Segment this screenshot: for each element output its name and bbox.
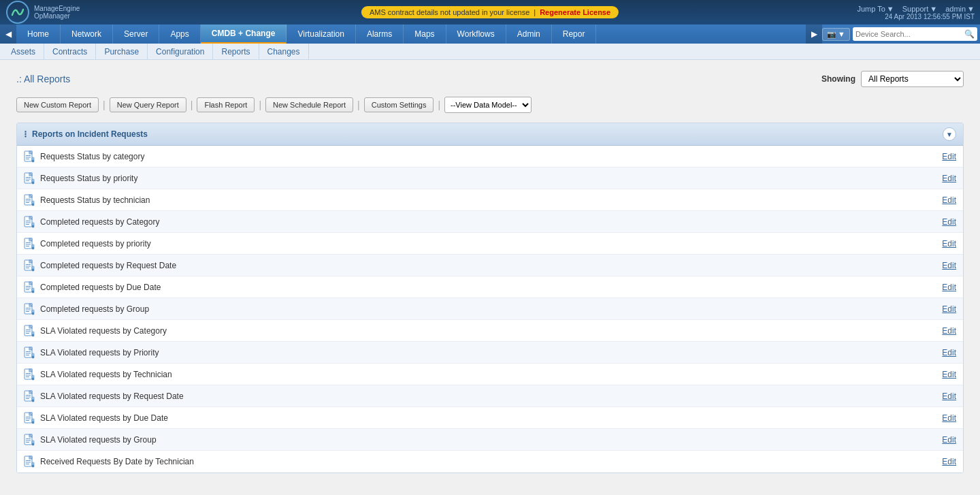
new-schedule-report-button[interactable]: New Schedule Report <box>265 97 353 112</box>
sep1: | <box>99 99 110 110</box>
nav-cmdb[interactable]: CMDB + Change <box>201 25 287 44</box>
monitor-chevron: ▼ <box>838 30 845 38</box>
page-header: .: All Reports Showing All Reports Custo… <box>16 71 964 87</box>
page-title: .: All Reports <box>16 74 70 84</box>
report-file-icon <box>24 303 35 315</box>
report-file-icon <box>24 325 35 337</box>
report-name: Received Requests By Date by Technician <box>40 457 194 466</box>
support-chevron: ▼ <box>930 5 937 13</box>
report-row-left: SLA Violated requests by Category <box>24 325 167 337</box>
edit-link[interactable]: Edit <box>942 239 956 249</box>
edit-link[interactable]: Edit <box>942 195 956 205</box>
subnav-contracts[interactable]: Contracts <box>44 44 96 59</box>
svg-rect-14 <box>32 179 34 182</box>
regenerate-link[interactable]: Regenerate License <box>540 8 610 16</box>
subnav-assets[interactable]: Assets <box>8 44 44 59</box>
edit-link[interactable]: Edit <box>942 413 956 423</box>
table-row: Completed requests by GroupEdit <box>17 298 963 320</box>
nav-maps[interactable]: Maps <box>404 25 446 44</box>
subnav-configuration[interactable]: Configuration <box>148 44 213 59</box>
edit-link[interactable]: Edit <box>942 304 956 314</box>
svg-rect-7 <box>32 157 34 160</box>
edit-link[interactable]: Edit <box>942 326 956 336</box>
showing-select[interactable]: All Reports Custom Reports Scheduled Rep… <box>861 71 964 87</box>
svg-rect-21 <box>32 201 34 204</box>
report-file-icon <box>24 368 35 381</box>
svg-rect-74 <box>26 374 31 375</box>
svg-rect-24 <box>26 221 31 221</box>
subnav-changes[interactable]: Changes <box>259 44 309 59</box>
nav-alarms[interactable]: Alarms <box>356 25 404 44</box>
report-row-left: SLA Violated requests by Technician <box>24 368 172 381</box>
report-name: SLA Violated requests by Group <box>40 435 157 445</box>
report-file-icon <box>24 150 35 163</box>
svg-rect-19 <box>26 202 29 203</box>
report-row-left: SLA Violated requests by Priority <box>24 347 159 359</box>
subnav-purchase[interactable]: Purchase <box>96 44 148 59</box>
nav-apps[interactable]: Apps <box>159 25 200 44</box>
top-nav-links: Jump To ▼ Support ▼ admin ▼ <box>857 5 975 13</box>
svg-rect-96 <box>26 442 29 443</box>
support-link[interactable]: Support ▼ <box>902 5 937 13</box>
content-area: .: All Reports Showing All Reports Custo… <box>0 60 980 484</box>
svg-rect-91 <box>32 419 34 421</box>
edit-link[interactable]: Edit <box>942 435 956 445</box>
nav-network[interactable]: Network <box>61 25 113 44</box>
monitor-button[interactable]: 📷 ▼ <box>822 28 850 41</box>
subnav-reports[interactable]: Reports <box>213 44 259 59</box>
custom-settings-button[interactable]: Custom Settings <box>364 97 434 112</box>
edit-link[interactable]: Edit <box>942 348 956 357</box>
jump-to-link[interactable]: Jump To ▼ <box>857 5 894 13</box>
svg-rect-39 <box>26 266 31 266</box>
svg-rect-89 <box>26 420 29 421</box>
new-custom-report-button[interactable]: New Custom Report <box>16 97 99 112</box>
table-row: SLA Violated requests by CategoryEdit <box>17 320 963 342</box>
svg-rect-11 <box>26 178 31 179</box>
svg-rect-66 <box>26 351 31 352</box>
edit-link[interactable]: Edit <box>942 370 956 379</box>
table-row: Completed requests by Request DateEdit <box>17 255 963 276</box>
nav-right: 📷 ▼ 🔍 <box>822 27 980 41</box>
nav-left-arrow[interactable]: ◀ <box>0 25 16 44</box>
monitor-icon: 📷 <box>827 30 836 39</box>
nav-reports[interactable]: Repor <box>552 25 597 44</box>
new-query-report-button[interactable]: New Query Report <box>110 97 186 112</box>
search-button[interactable]: 🔍 <box>964 29 975 39</box>
svg-rect-77 <box>32 375 34 378</box>
report-name: SLA Violated requests by Request Date <box>40 392 184 401</box>
report-name: SLA Violated requests by Technician <box>40 370 172 379</box>
report-file-icon <box>24 281 35 293</box>
edit-link[interactable]: Edit <box>942 174 956 183</box>
flash-report-button[interactable]: Flash Report <box>197 97 255 112</box>
svg-rect-4 <box>26 157 31 157</box>
view-data-model-select[interactable]: --View Data Model-- <box>444 97 532 113</box>
nav-server[interactable]: Server <box>113 25 159 44</box>
search-input[interactable] <box>855 30 964 38</box>
nav-right-arrow[interactable]: ▶ <box>806 25 822 44</box>
sep4: | <box>353 99 364 110</box>
nav-virtualization[interactable]: Virtualization <box>287 25 355 44</box>
svg-rect-102 <box>26 462 31 463</box>
report-name: Completed requests by Request Date <box>40 261 176 270</box>
svg-rect-87 <box>26 417 31 417</box>
nav-home[interactable]: Home <box>16 25 61 44</box>
admin-link[interactable]: admin ▼ <box>945 5 975 13</box>
table-row: Requests Status by technicianEdit <box>17 189 963 211</box>
edit-link[interactable]: Edit <box>942 217 956 227</box>
report-row-left: Completed requests by Category <box>24 216 159 228</box>
edit-link[interactable]: Edit <box>942 457 956 466</box>
nav-workflows[interactable]: Workflows <box>446 25 506 44</box>
section-grid-icon: ⁝ <box>24 129 27 140</box>
edit-link[interactable]: Edit <box>942 152 956 161</box>
svg-rect-88 <box>26 418 31 419</box>
section-header: ⁝ Reports on Incident Requests ▼ <box>17 123 963 146</box>
report-name: Completed requests by priority <box>40 239 151 249</box>
license-banner: AMS contract details not updated in your… <box>361 6 619 18</box>
report-row-left: Requests Status by priority <box>24 172 137 185</box>
nav-admin[interactable]: Admin <box>506 25 552 44</box>
edit-link[interactable]: Edit <box>942 392 956 401</box>
svg-rect-105 <box>32 462 34 465</box>
edit-link[interactable]: Edit <box>942 261 956 270</box>
edit-link[interactable]: Edit <box>942 283 956 292</box>
collapse-button[interactable]: ▼ <box>943 127 956 141</box>
